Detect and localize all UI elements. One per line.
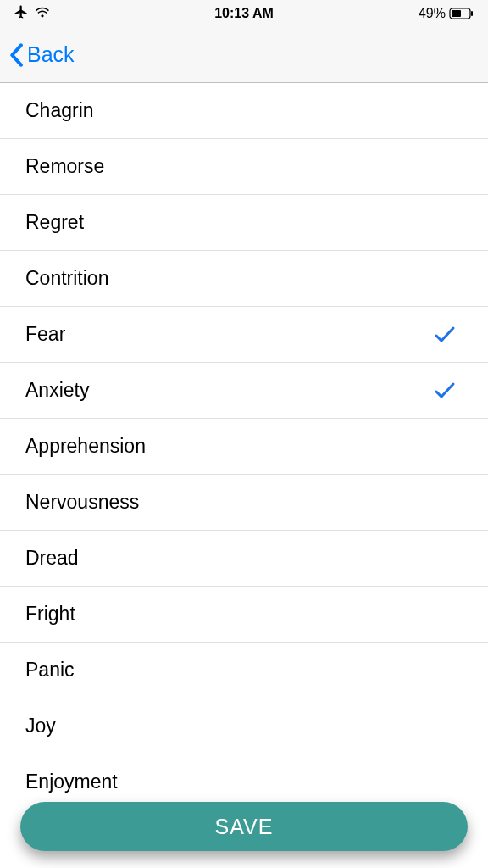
list-item[interactable]: Panic bbox=[0, 643, 488, 698]
list-item[interactable]: Remorse bbox=[0, 139, 488, 195]
list-item[interactable]: Contrition bbox=[0, 251, 488, 307]
save-button[interactable]: SAVE bbox=[20, 802, 468, 851]
list-item[interactable]: Regret bbox=[0, 195, 488, 251]
list-item[interactable]: Chagrin bbox=[0, 83, 488, 139]
svg-rect-2 bbox=[471, 11, 473, 16]
list-item-label: Dread bbox=[25, 547, 79, 570]
chevron-left-icon bbox=[8, 43, 24, 67]
list-item-label: Regret bbox=[25, 211, 84, 234]
list-item-label: Fear bbox=[25, 323, 65, 346]
status-left bbox=[14, 4, 51, 23]
save-button-label: SAVE bbox=[215, 815, 274, 839]
list-item[interactable]: Apprehension bbox=[0, 419, 488, 475]
list-item-label: Contrition bbox=[25, 267, 108, 290]
list-item-label: Enjoyment bbox=[25, 771, 118, 793]
status-time: 10:13 AM bbox=[214, 6, 274, 21]
navigation-bar: Back bbox=[0, 27, 488, 83]
wifi-icon bbox=[34, 5, 51, 22]
list-item-label: Fright bbox=[25, 603, 75, 626]
list-item[interactable]: Nervousness bbox=[0, 475, 488, 531]
status-right: 49% bbox=[419, 6, 474, 21]
list-item-label: Joy bbox=[25, 715, 56, 737]
list-item[interactable]: Fright bbox=[0, 587, 488, 643]
status-bar: 10:13 AM 49% bbox=[0, 0, 488, 27]
checkmark-icon bbox=[434, 381, 463, 400]
airplane-mode-icon bbox=[14, 4, 29, 23]
list-item-label: Remorse bbox=[25, 155, 104, 178]
list-item[interactable]: Dread bbox=[0, 531, 488, 587]
svg-rect-1 bbox=[452, 10, 461, 17]
checkmark-icon bbox=[434, 326, 463, 344]
list-item-label: Anxiety bbox=[25, 379, 89, 402]
emotion-list: ChagrinRemorseRegretContritionFearAnxiet… bbox=[0, 83, 488, 810]
list-item-label: Apprehension bbox=[25, 435, 146, 458]
battery-percent: 49% bbox=[419, 6, 446, 21]
list-item[interactable]: Anxiety bbox=[0, 363, 488, 419]
back-button[interactable]: Back bbox=[8, 42, 75, 67]
list-item[interactable]: Fear bbox=[0, 307, 488, 363]
list-item-label: Nervousness bbox=[25, 491, 139, 514]
back-label: Back bbox=[27, 42, 75, 67]
list-item-label: Chagrin bbox=[25, 99, 94, 122]
battery-icon bbox=[449, 8, 474, 19]
list-item[interactable]: Joy bbox=[0, 698, 488, 754]
list-item-label: Panic bbox=[25, 659, 75, 682]
